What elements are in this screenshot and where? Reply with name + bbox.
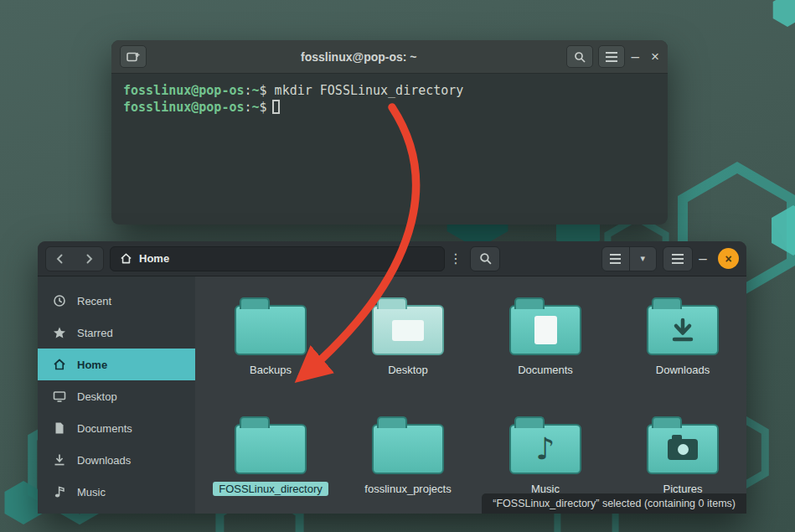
hamburger-icon [672, 254, 684, 264]
folder-label: fosslinux_projects [359, 482, 457, 496]
new-tab-icon [126, 51, 140, 63]
folder-item-fosslinux-projects[interactable]: fosslinux_projects [339, 416, 477, 514]
sidebar-item-label: Music [77, 486, 106, 498]
sidebar-item-recent[interactable]: Recent [38, 285, 195, 317]
back-button[interactable] [46, 247, 75, 271]
view-toggle-button[interactable]: ▾ [601, 246, 657, 271]
folder-icon [509, 305, 581, 355]
file-manager-window: Home ⋮ ▾ – × [38, 241, 746, 514]
document-icon [53, 421, 66, 435]
sidebar-item-label: Downloads [77, 454, 131, 467]
search-icon [479, 252, 492, 265]
search-button[interactable] [470, 246, 500, 271]
close-button[interactable]: × [718, 248, 739, 269]
sidebar-item-label: Home [77, 359, 107, 371]
folder-item-fosslinux-directory[interactable]: FOSSLinux_directory [202, 416, 339, 514]
sidebar: Recent Starred Home Desktop [38, 276, 195, 514]
sidebar-item-label: Documents [77, 422, 132, 435]
music-note-icon [53, 485, 66, 498]
star-icon [53, 326, 66, 339]
terminal-minimize-button[interactable]: – [632, 49, 639, 64]
terminal-window: fosslinux@pop-os: ~ – × fosslinux@pop-os… [111, 40, 668, 225]
folder-icon [372, 305, 444, 355]
sidebar-item-home[interactable]: Home [38, 349, 195, 380]
folder-icon [647, 305, 719, 355]
status-bar: “FOSSLinux_directory” selected (containi… [482, 493, 746, 514]
monitor-icon [53, 390, 66, 403]
hamburger-icon [606, 52, 617, 62]
sidebar-item-label: Starred [77, 327, 113, 339]
folder-label: Desktop [382, 363, 434, 377]
download-icon [53, 453, 66, 467]
folder-item-backups[interactable]: Backups [202, 297, 339, 404]
sidebar-item-label: Recent [77, 295, 111, 307]
folder-icon [235, 305, 307, 355]
list-view-icon[interactable] [602, 247, 629, 271]
document-glyph [534, 316, 557, 344]
sidebar-item-music[interactable]: Music [38, 476, 195, 508]
terminal-line-1: fosslinux@pop-os:~$ mkdir FOSSLinux_dire… [123, 82, 656, 99]
terminal-close-button[interactable]: × [651, 49, 659, 64]
home-icon [53, 358, 66, 371]
folder-item-downloads[interactable]: Downloads [614, 297, 746, 404]
terminal-command: mkdir FOSSLinux_directory [267, 83, 464, 98]
sidebar-item-documents[interactable]: Documents [38, 412, 195, 444]
terminal-output[interactable]: fosslinux@pop-os:~$ mkdir FOSSLinux_dire… [111, 74, 668, 124]
sidebar-item-label: Desktop [77, 390, 117, 403]
sidebar-item-desktop[interactable]: Desktop [38, 380, 195, 412]
sidebar-item-starred[interactable]: Starred [38, 317, 195, 349]
new-tab-button[interactable] [120, 45, 147, 68]
terminal-search-button[interactable] [566, 45, 593, 68]
music-note-glyph: ♪ [536, 434, 555, 464]
home-icon [120, 252, 132, 265]
breadcrumb: Home [139, 252, 169, 265]
folder-icon [235, 424, 307, 474]
folder-label: Downloads [650, 363, 715, 377]
forward-button[interactable] [75, 247, 103, 271]
folder-label: Backups [244, 363, 297, 377]
folder-label: Documents [512, 363, 579, 377]
folder-item-documents[interactable]: Documents [477, 297, 614, 404]
folder-icon [372, 424, 444, 474]
minimize-button[interactable]: – [693, 246, 713, 271]
terminal-menu-button[interactable] [598, 45, 625, 68]
search-icon [574, 51, 586, 63]
folder-label-selected: FOSSLinux_directory [213, 482, 328, 496]
chevron-right-icon [82, 252, 96, 266]
path-bar[interactable]: Home [110, 246, 445, 271]
camera-glyph [668, 439, 698, 460]
terminal-line-2: fosslinux@pop-os:~$ [123, 99, 656, 116]
file-grid-area: Backups Desktop Documents [195, 276, 746, 514]
download-glyph [669, 317, 696, 343]
clock-icon [53, 294, 66, 307]
sidebar-item-downloads[interactable]: Downloads [38, 444, 195, 476]
app-menu-button[interactable] [663, 246, 693, 271]
chevron-down-icon[interactable]: ▾ [630, 247, 657, 271]
folder-icon [647, 424, 719, 474]
folder-icon: ♪ [509, 424, 581, 474]
chevron-left-icon [54, 252, 67, 266]
folder-item-desktop[interactable]: Desktop [339, 297, 477, 404]
view-options-button[interactable]: ⋮ [445, 246, 467, 271]
screen-glyph [392, 320, 424, 341]
file-manager-headerbar: Home ⋮ ▾ – × [38, 241, 746, 276]
terminal-cursor [272, 100, 280, 114]
terminal-titlebar: fosslinux@pop-os: ~ – × [111, 40, 668, 74]
terminal-title: fosslinux@pop-os: ~ [152, 50, 566, 64]
